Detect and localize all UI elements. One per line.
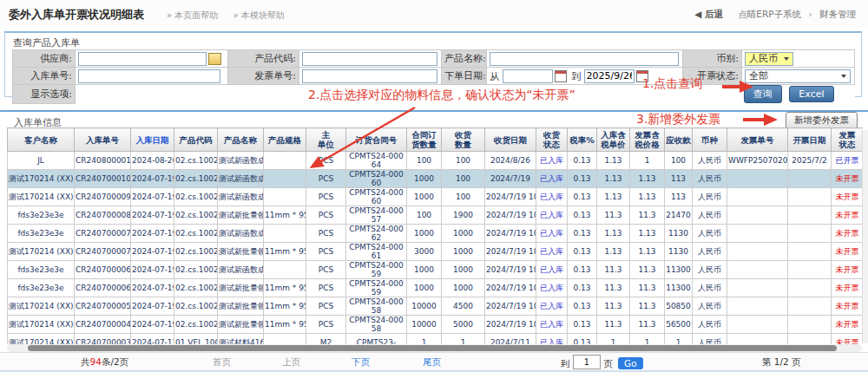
invoice-no-label: 发票单号:: [228, 68, 299, 85]
date-from-input[interactable]: [503, 69, 553, 83]
supplier-lookup-icon[interactable]: [208, 53, 221, 65]
table-row[interactable]: 测试170214 (XX)CR2407000052024-07-1902.cs.…: [8, 297, 864, 316]
chevron-down-icon: [784, 57, 789, 61]
product-code-input[interactable]: [302, 52, 437, 66]
col-header[interactable]: 产品规格: [264, 128, 306, 152]
col-header[interactable]: 主 单位: [306, 128, 346, 152]
table-header-row: 客户名称入库单号入库日期产品代码产品名称产品规格主 单位订货合同号合同订 货数量…: [8, 128, 864, 152]
invoice-status-label: 开票状态:: [683, 68, 742, 85]
horizontal-scrollbar-thumb[interactable]: [28, 345, 837, 351]
section-divider: [0, 110, 868, 112]
excel-button[interactable]: Excel: [789, 86, 833, 102]
table-row[interactable]: 测试170214 (XX)CR2407000102024-07-1902.cs.…: [8, 170, 864, 188]
back-arrow-icon: ◀: [694, 9, 701, 19]
horizontal-scrollbar-track: [7, 344, 862, 352]
page-info: 第 1/2 页: [762, 356, 801, 369]
app-window: 委外入库单开票状况明细表 » 本页面帮助 » 本模块帮助 ◀ 后退 点晴ERP子…: [0, 0, 868, 372]
date-to-input[interactable]: [584, 69, 635, 83]
date-to-label: 到: [571, 70, 581, 82]
order-date-label: 下单日期:: [442, 68, 487, 85]
invoice-no-input[interactable]: [302, 69, 437, 83]
col-header[interactable]: 发票单号: [727, 128, 788, 152]
receipt-no-label: 入库单号:: [13, 68, 76, 85]
chevron-down-icon: [841, 75, 846, 78]
first-page-link[interactable]: 首页: [213, 356, 231, 369]
col-header[interactable]: 入库日期: [131, 128, 174, 152]
table-row[interactable]: 测试170214 (XX)CR2407000092024-07-1902.cs.…: [8, 188, 864, 206]
col-header[interactable]: 收货日期: [485, 128, 536, 152]
col-header[interactable]: 入库单号: [75, 128, 131, 152]
col-header[interactable]: 产品名称: [218, 128, 264, 152]
vertical-scrollbar[interactable]: [862, 130, 868, 343]
product-code-label: 产品代码:: [228, 50, 299, 68]
search-button[interactable]: 查询: [744, 85, 782, 103]
supplier-input[interactable]: [78, 52, 207, 66]
query-panel: 查询产品入库单 供应商: 产品代码: 产品名称: 币别: 人民币 入库单号: 发…: [4, 31, 862, 97]
table-row[interactable]: 测试170214 (XX)CR2407000042024-07-1902.cs.…: [8, 316, 864, 334]
breadcrumb-separator: ›: [808, 9, 812, 19]
module-help-link[interactable]: » 本模块帮助: [233, 10, 284, 20]
receipt-no-input[interactable]: [78, 69, 220, 83]
table-row[interactable]: fds3e23e3eCR2407000062024-07-1902.cs.100…: [8, 279, 864, 297]
col-header[interactable]: 税率%: [568, 128, 597, 152]
col-header[interactable]: 开票日期: [788, 128, 832, 152]
annotation-step3: 3.新增委外发票: [636, 112, 720, 127]
help-links: » 本页面帮助 » 本模块帮助: [167, 10, 297, 22]
supplier-label: 供应商:: [13, 50, 76, 68]
go-button[interactable]: Go: [618, 357, 643, 369]
last-page-link[interactable]: 尾页: [423, 356, 441, 369]
product-name-input[interactable]: [490, 52, 679, 66]
col-header[interactable]: 客户名称: [8, 128, 75, 152]
table-row[interactable]: fds3e23e3eCR2407000082024-07-1902.cs.100…: [8, 206, 864, 225]
display-option-label: 显示选项:: [13, 85, 76, 104]
col-header[interactable]: 应收款: [665, 128, 693, 152]
calendar-icon[interactable]: [555, 70, 567, 82]
pagination-bar: 共94条/2页 首页 上页 下页 尾页 到 页 Go 第 1/2 页: [0, 352, 868, 371]
col-header[interactable]: 产品代码: [174, 128, 218, 152]
back-button[interactable]: ◀ 后退: [694, 9, 723, 19]
goto-page: 到 页 Go: [561, 356, 643, 371]
col-header[interactable]: 发票 状态: [832, 128, 864, 152]
prev-page-link[interactable]: 上页: [282, 356, 300, 369]
total-records: 共94条/2页: [81, 356, 128, 369]
table-row[interactable]: fds3e23e3eCR2407000062024-07-1902.cs.100…: [8, 261, 864, 279]
table-row[interactable]: JLCR2408000012024-08-2602.cs.100241测试新函数…: [8, 152, 864, 170]
total-count: 94: [90, 356, 102, 367]
table-row[interactable]: fds3e23e3eCR2407000072024-07-1902.cs.100…: [8, 225, 864, 243]
page-title: 委外入库单开票状况明细表: [9, 7, 144, 23]
col-header[interactable]: 收货 状态: [536, 128, 568, 152]
breadcrumb-module[interactable]: 财务管理: [819, 9, 856, 19]
col-header[interactable]: 入库含 税单价: [597, 128, 630, 152]
product-name-label: 产品名称:: [442, 50, 487, 68]
query-section-title: 查询产品入库单: [13, 36, 80, 49]
page-help-link[interactable]: » 本页面帮助: [167, 10, 218, 20]
table-row[interactable]: 测试170214 (XX)CR2407000072024-07-1902.cs.…: [8, 243, 864, 261]
breadcrumb-system[interactable]: 点晴ERP子系统: [738, 9, 801, 19]
currency-select[interactable]: 人民币: [745, 52, 793, 66]
next-page-link[interactable]: 下页: [352, 356, 370, 369]
calendar-icon[interactable]: [636, 70, 648, 82]
new-invoice-button[interactable]: 新增委外发票: [786, 112, 858, 129]
col-header[interactable]: 币种: [693, 128, 727, 152]
table-row[interactable]: 测试170214 (XX)CR2407000032024-07-1101.VEL…: [8, 334, 864, 345]
col-header[interactable]: 合同订 货数量: [407, 128, 442, 152]
breadcrumb: ◀ 后退 点晴ERP子系统 › 财务管理: [694, 9, 856, 21]
page-number-input[interactable]: [573, 355, 601, 369]
currency-label: 币别:: [683, 50, 742, 68]
col-header[interactable]: 发票含 税价格: [630, 128, 665, 152]
col-header[interactable]: 订货合同号: [346, 128, 407, 152]
query-form: 供应商: 产品代码: 产品名称: 币别: 人民币 入库单号: 发票单号: 下单日…: [12, 49, 855, 104]
invoice-status-select[interactable]: 全部: [745, 69, 851, 83]
receipt-table-container: 客户名称入库单号入库日期产品代码产品名称产品规格主 单位订货合同号合同订 货数量…: [7, 127, 863, 344]
receipt-table: 客户名称入库单号入库日期产品代码产品名称产品规格主 单位订货合同号合同订 货数量…: [7, 127, 863, 344]
col-header[interactable]: 收货 数量: [442, 128, 485, 152]
top-bar: 委外入库单开票状况明细表 » 本页面帮助 » 本模块帮助 ◀ 后退 点晴ERP子…: [0, 0, 868, 28]
date-from-label: 从: [490, 70, 499, 82]
receipt-table-body: JLCR2408000012024-08-2602.cs.100241测试新函数…: [8, 152, 864, 345]
